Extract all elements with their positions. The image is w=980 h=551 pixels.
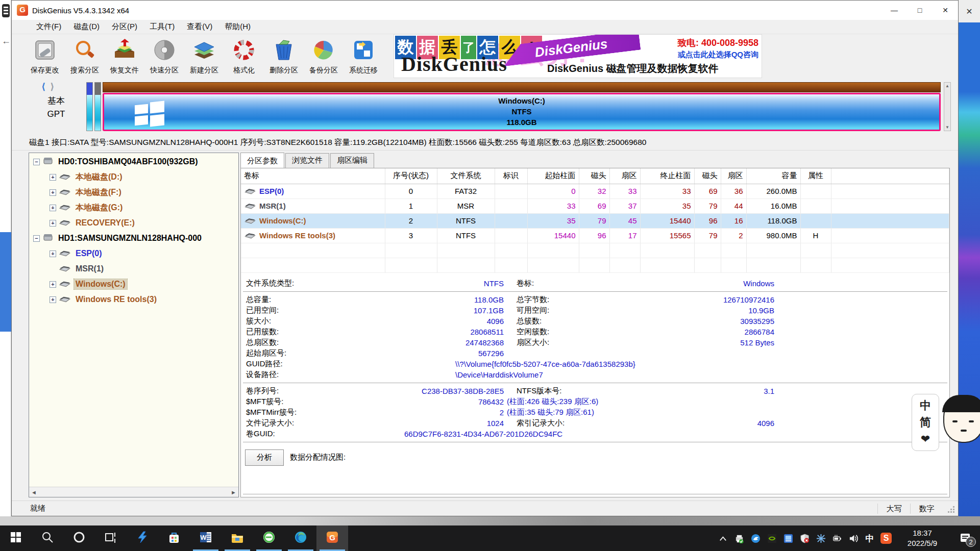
expand-icon[interactable]: + xyxy=(50,251,56,257)
tree-item-esp-0-[interactable]: +ESP(0) xyxy=(30,246,237,261)
tray-printer-icon[interactable] xyxy=(731,525,747,551)
menu-item-2[interactable]: 分区(P) xyxy=(106,22,143,32)
toolbar-button-migrate-system[interactable]: 系统迁移 xyxy=(344,35,383,77)
tree-horizontal-scrollbar[interactable]: ◄ ► xyxy=(29,487,238,497)
partition-row-windows-c-[interactable]: Windows(C:)2NTFS357945154409616118.0GB xyxy=(241,213,949,228)
tray-defender-icon[interactable] xyxy=(796,525,813,551)
scroll-left-icon[interactable]: ◄ xyxy=(31,489,37,495)
prev-disk-icon[interactable]: ⟨ xyxy=(41,82,45,92)
taskbar-flash[interactable] xyxy=(127,525,158,551)
ime-mode-cn[interactable]: 中 xyxy=(920,400,931,411)
tree-item-windows-c-[interactable]: +Windows(C:) xyxy=(30,277,237,292)
expand-icon[interactable]: + xyxy=(50,220,56,227)
tree-item-label[interactable]: Windows(C:) xyxy=(74,279,127,289)
tray-volume-icon[interactable] xyxy=(845,525,862,551)
taskbar-browser360[interactable] xyxy=(253,525,285,551)
toolbar-button-format[interactable]: 格式化 xyxy=(224,35,264,77)
tray-bird-icon[interactable] xyxy=(747,525,764,551)
tree-item--f-[interactable]: +本地磁盘(F:) xyxy=(30,185,237,200)
minimize-button[interactable]: — xyxy=(881,1,907,20)
partition-bar-msr[interactable] xyxy=(94,82,101,131)
tray-battery-icon[interactable] xyxy=(829,525,845,551)
toolbar-button-backup-partition[interactable]: 备份分区 xyxy=(304,35,344,77)
tab-分区参数[interactable]: 分区参数 xyxy=(240,153,284,168)
tray-chevron-up-icon[interactable] xyxy=(715,525,731,551)
taskbar-search[interactable] xyxy=(32,525,63,551)
taskbar-taskview[interactable] xyxy=(95,525,127,551)
heart-icon[interactable]: ❤ xyxy=(921,434,930,445)
ime-mode-simplified[interactable]: 简 xyxy=(920,417,931,428)
taskbar-word[interactable]: W xyxy=(190,525,222,551)
column-header[interactable]: 卷标 xyxy=(241,168,385,184)
tree-item-label[interactable]: HD1:SAMSUNGMZNLN128HAHQ-000 xyxy=(57,233,203,243)
tray-intel-icon[interactable] xyxy=(780,525,796,551)
taskbar-diskgenius[interactable]: G xyxy=(316,525,348,551)
tree-item-hd0-toshibamq04abf100-932gb-[interactable]: −HD0:TOSHIBAMQ04ABF100(932GB) xyxy=(30,154,237,169)
partition-bar-esp[interactable] xyxy=(86,82,93,131)
tree-item--d-[interactable]: +本地磁盘(D:) xyxy=(30,169,237,185)
taskbar-explorer[interactable] xyxy=(222,525,253,551)
tree-item-label[interactable]: Windows RE tools(3) xyxy=(74,294,158,305)
scroll-right-icon[interactable]: ► xyxy=(231,489,236,495)
toolbar-button-quick-partition[interactable]: 快速分区 xyxy=(144,35,184,77)
tray-ime-indicator[interactable]: 中 xyxy=(862,525,878,551)
tree-item-label[interactable]: RECOVERY(E:) xyxy=(74,218,136,228)
expand-icon[interactable]: + xyxy=(50,205,56,211)
analyze-button[interactable]: 分析 xyxy=(245,449,284,466)
taskbar-cortana[interactable] xyxy=(63,525,95,551)
tray-nvidia-icon[interactable] xyxy=(764,525,780,551)
taskbar-start[interactable] xyxy=(0,525,32,551)
tree-item-label[interactable]: 本地磁盘(F:) xyxy=(74,187,123,198)
tree-item-hd1-samsungmznln128hahq-000[interactable]: −HD1:SAMSUNGMZNLN128HAHQ-000 xyxy=(30,231,237,246)
column-header[interactable]: 磁头 xyxy=(694,168,721,184)
column-header[interactable]: 属性 xyxy=(800,168,831,184)
expand-icon[interactable]: + xyxy=(50,281,56,288)
close-button[interactable]: ✕ xyxy=(933,1,958,20)
notification-center-icon[interactable]: 2 xyxy=(950,525,980,551)
expand-icon[interactable]: + xyxy=(50,174,56,181)
column-header[interactable]: 容量 xyxy=(746,168,800,184)
partition-bar-windows-c[interactable]: Windows(C:) NTFS 118.0GB xyxy=(103,93,941,131)
tree-item-recovery-e-[interactable]: +RECOVERY(E:) xyxy=(30,215,237,231)
toolbar-button-search-partition[interactable]: 搜索分区 xyxy=(65,35,105,77)
tray-snowflake-icon[interactable] xyxy=(813,525,829,551)
menu-item-3[interactable]: 工具(T) xyxy=(143,22,181,32)
toolbar-button-save[interactable]: 保存更改 xyxy=(25,35,65,77)
promo-banner[interactable]: 怎么办! 数据丢了怎么! DiskGenius 致电: 400-008-9958… xyxy=(394,34,762,78)
partition-row-msr-1-[interactable]: MSR(1)1MSR33693735794416.0MB xyxy=(241,198,949,213)
toolbar-button-new-partition[interactable]: 新建分区 xyxy=(184,35,224,77)
ime-floating-widget[interactable]: 中 简 ❤ xyxy=(912,394,980,451)
tree-item-label[interactable]: ESP(0) xyxy=(74,248,104,259)
expand-icon[interactable]: + xyxy=(50,189,56,196)
tree-item-label[interactable]: 本地磁盘(G:) xyxy=(74,202,124,214)
column-header[interactable]: 序号(状态) xyxy=(385,168,437,184)
partition-row-windows-re-tools-3-[interactable]: Windows RE tools(3)3NTFS1544096171556579… xyxy=(241,228,949,243)
tree-item--g-[interactable]: +本地磁盘(G:) xyxy=(30,200,237,215)
disk-panel-scrollbar[interactable]: ▲▼ xyxy=(944,82,951,131)
expand-icon[interactable]: + xyxy=(50,296,56,303)
taskbar-edge[interactable] xyxy=(285,525,316,551)
menu-item-4[interactable]: 查看(V) xyxy=(181,22,218,32)
tab-浏览文件[interactable]: 浏览文件 xyxy=(285,153,329,168)
column-header[interactable]: 终止柱面 xyxy=(640,168,694,184)
next-disk-icon[interactable]: ⟩ xyxy=(50,82,54,92)
tree-item-windows-re-tools-3-[interactable]: +Windows RE tools(3) xyxy=(30,292,237,307)
column-header[interactable]: 文件系统 xyxy=(437,168,495,184)
tab-扇区编辑[interactable]: 扇区编辑 xyxy=(330,153,374,168)
taskbar-clock[interactable]: 18:37 2022/5/9 xyxy=(894,528,950,549)
collapse-icon[interactable]: − xyxy=(33,235,40,242)
column-header[interactable]: 标识 xyxy=(495,168,527,184)
column-header[interactable]: 扇区 xyxy=(609,168,640,184)
banner-qq-link[interactable]: 或点击此处选择QQ咨询 xyxy=(677,50,758,60)
menu-item-1[interactable]: 磁盘(D) xyxy=(67,22,106,32)
column-header[interactable]: 起始柱面 xyxy=(527,168,579,184)
column-header[interactable]: 扇区 xyxy=(721,168,746,184)
tree-item-label[interactable]: HD0:TOSHIBAMQ04ABF100(932GB) xyxy=(57,157,200,167)
toolbar-button-recover-files[interactable]: 恢复文件 xyxy=(105,35,144,77)
taskbar-store[interactable] xyxy=(158,525,190,551)
maximize-button[interactable]: □ xyxy=(907,1,933,20)
sogou-icon[interactable]: S xyxy=(878,525,894,551)
toolbar-button-delete-partition[interactable]: 删除分区 xyxy=(264,35,304,77)
tree-item-label[interactable]: 本地磁盘(D:) xyxy=(74,171,124,183)
partition-row-esp-0-[interactable]: ESP(0)0FAT3203233336936260.0MB xyxy=(241,184,949,198)
